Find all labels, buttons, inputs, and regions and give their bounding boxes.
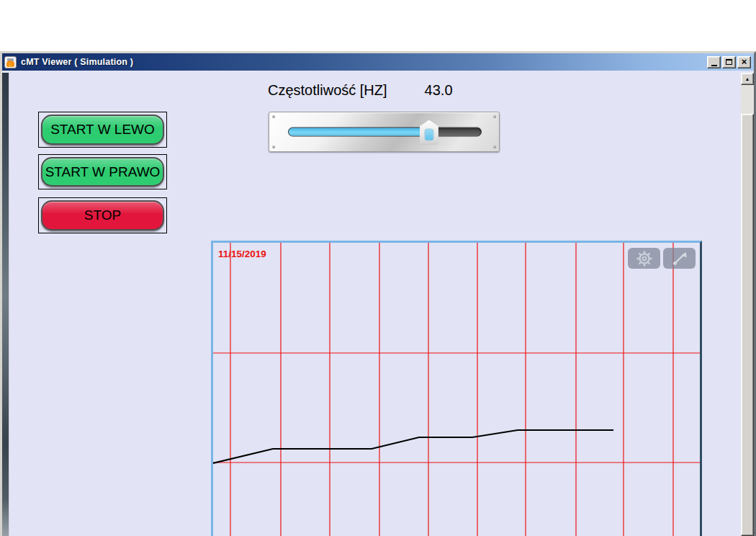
slider-track[interactable] xyxy=(288,128,482,137)
start-left-button[interactable]: START W LEWO xyxy=(41,115,164,145)
slider-fill xyxy=(289,128,429,136)
trend-date-label: 11/15/2019 xyxy=(218,249,266,259)
frequency-value: 43.0 xyxy=(425,82,453,99)
button-cell: START W PRAWO xyxy=(38,154,167,189)
screw-icon xyxy=(493,146,496,148)
titlebar[interactable]: cMT Viewer ( Simulation ) × xyxy=(2,53,754,71)
frequency-readout: Częstotliwość [HZ] 43.0 xyxy=(268,82,453,99)
trend-settings-button[interactable] xyxy=(628,248,660,269)
scrollbar-thumb[interactable] xyxy=(741,114,754,536)
expand-arrow-icon xyxy=(670,249,689,268)
left-gradient-bar xyxy=(2,73,9,536)
maximize-button[interactable] xyxy=(722,56,736,68)
trend-chart: 11/15/2019 xyxy=(211,241,702,536)
minimize-button[interactable] xyxy=(707,56,721,68)
screw-icon xyxy=(272,115,275,118)
close-button[interactable]: × xyxy=(737,56,751,68)
screw-icon xyxy=(493,115,496,118)
vertical-scrollbar[interactable]: ▲ xyxy=(741,73,754,536)
app-icon xyxy=(4,56,17,68)
slider-thumb[interactable] xyxy=(420,120,438,145)
screw-icon xyxy=(272,146,275,148)
start-right-button[interactable]: START W PRAWO xyxy=(41,157,164,187)
frequency-slider[interactable] xyxy=(269,112,500,152)
close-icon: × xyxy=(742,57,747,66)
button-cell: STOP xyxy=(38,197,167,233)
scroll-up-button[interactable]: ▲ xyxy=(741,73,754,85)
button-cell: START W LEWO xyxy=(38,112,167,148)
trend-expand-button[interactable] xyxy=(663,248,696,269)
gear-icon xyxy=(635,249,654,268)
trend-plot xyxy=(213,243,700,536)
frequency-label: Częstotliwość [HZ] xyxy=(268,82,387,99)
app-window: cMT Viewer ( Simulation ) × Częstotliwoś… xyxy=(0,51,756,536)
window-title: cMT Viewer ( Simulation ) xyxy=(21,57,707,67)
stop-button[interactable]: STOP xyxy=(41,200,164,231)
slider-thumb-grip xyxy=(424,129,433,141)
up-arrow-icon: ▲ xyxy=(745,76,750,81)
maximize-icon xyxy=(726,59,732,65)
scrollbar-track[interactable] xyxy=(741,85,754,114)
hmi-screen: Częstotliwość [HZ] 43.0 START W LEWO STA… xyxy=(2,73,754,536)
minimize-icon xyxy=(711,65,717,66)
